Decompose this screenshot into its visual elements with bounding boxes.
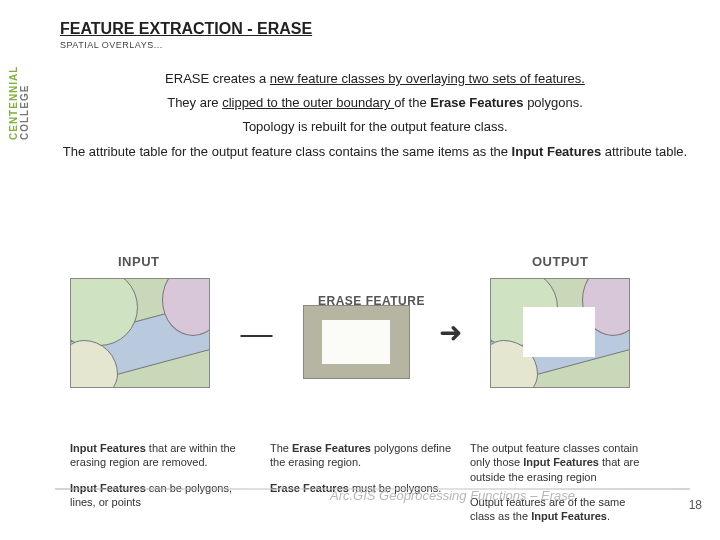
caption-output: The output feature classes contain only … — [470, 430, 670, 534]
page-title: FEATURE EXTRACTION - ERASE — [60, 20, 690, 38]
logo-line-2: COLLEGE — [19, 85, 30, 140]
captions: Input Features that are within the erasi… — [70, 430, 670, 534]
caption-input: Input Features that are within the erasi… — [70, 430, 270, 534]
para-4: The attribute table for the output featu… — [60, 143, 690, 161]
para-1: ERASE creates a new feature classes by o… — [60, 70, 690, 88]
minus-icon: — — [235, 317, 279, 349]
para-3: Topology is rebuilt for the output featu… — [60, 118, 690, 136]
label-input: INPUT — [118, 254, 160, 269]
body-text: ERASE creates a new feature classes by o… — [60, 70, 690, 161]
diagram: INPUT ERASE FEATURE OUTPUT — ➜ — [70, 260, 630, 405]
page-subtitle: SPATIAL OVERLAYS... — [60, 40, 690, 50]
input-box — [70, 278, 210, 388]
label-output: OUTPUT — [532, 254, 588, 269]
college-logo: CENTENNIAL COLLEGE — [8, 20, 44, 140]
output-box — [490, 278, 630, 388]
para-2: They are clipped to the outer boundary o… — [60, 94, 690, 112]
arrow-icon: ➜ — [435, 316, 466, 349]
footer-rule — [55, 488, 690, 490]
erase-box — [303, 305, 410, 379]
caption-erase: The Erase Features polygons define the e… — [270, 430, 470, 534]
page-number: 18 — [689, 498, 702, 512]
logo-line-1: CENTENNIAL — [8, 66, 19, 140]
content-area: FEATURE EXTRACTION - ERASE SPATIAL OVERL… — [60, 20, 690, 167]
